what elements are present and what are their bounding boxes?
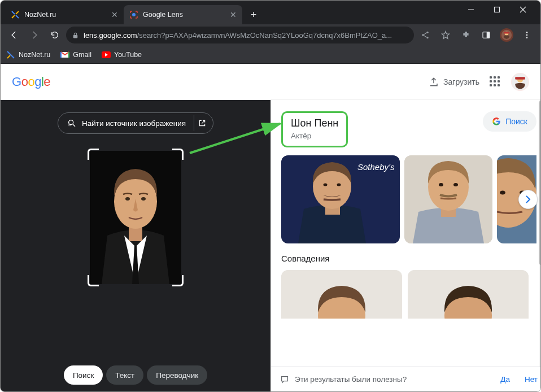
- mode-translate[interactable]: Переводчик: [147, 365, 207, 385]
- scrollbar[interactable]: [539, 100, 541, 367]
- share-button[interactable]: [416, 26, 434, 44]
- thumbnail[interactable]: Sotheby's: [281, 155, 400, 243]
- browser-tab-noznet[interactable]: NozNet.ru ✕: [5, 5, 124, 24]
- svg-point-45: [500, 191, 505, 195]
- svg-point-30: [125, 197, 130, 201]
- bookmark-noznet[interactable]: NozNet.ru: [6, 50, 50, 59]
- svg-text:Sotheby's: Sotheby's: [357, 162, 395, 172]
- feedback-yes[interactable]: Да: [500, 375, 510, 384]
- result-thumbnails: Sotheby's: [281, 155, 536, 243]
- gmail-icon: [60, 50, 69, 59]
- bookmark-button[interactable]: [437, 26, 455, 44]
- extensions-button[interactable]: [457, 26, 475, 44]
- feedback-no[interactable]: Нет: [525, 375, 538, 384]
- upload-label: Загрузить: [443, 77, 479, 86]
- bookmark-label: Gmail: [73, 51, 91, 59]
- crop-handle-tr[interactable]: [172, 149, 184, 160]
- result-name: Шон Пенн: [291, 117, 338, 129]
- url-path: /search?p=AXAp4wizamvnAWsMzOcNanSq2YLooG…: [137, 31, 392, 40]
- page-header: Google Загрузить: [1, 64, 540, 100]
- google-logo[interactable]: Google: [12, 75, 50, 89]
- search-button[interactable]: Поиск: [483, 111, 536, 132]
- youtube-icon: [102, 50, 111, 59]
- upload-icon: [429, 77, 439, 87]
- profile-button[interactable]: [498, 26, 516, 44]
- wrench-icon: [11, 10, 20, 19]
- bookmarks-bar: NozNet.ru Gmail YouTube: [1, 46, 540, 64]
- tab-label: NozNet.ru: [24, 11, 107, 19]
- new-tab-button[interactable]: +: [246, 7, 261, 23]
- mode-search[interactable]: Поиск: [64, 365, 103, 385]
- crop-handle-tl[interactable]: [88, 149, 99, 160]
- svg-point-19: [526, 37, 528, 38]
- mode-text[interactable]: Текст: [106, 365, 143, 385]
- crop-handle-bl[interactable]: [88, 275, 99, 286]
- find-source-label: Найти источник изображения: [82, 119, 186, 128]
- thumbnail[interactable]: [404, 155, 492, 243]
- svg-point-42: [453, 183, 458, 186]
- close-icon[interactable]: ✕: [111, 10, 118, 19]
- matches-row: [281, 270, 536, 319]
- upload-button[interactable]: Загрузить: [429, 77, 479, 87]
- result-subtitle: Актёр: [291, 132, 338, 140]
- next-button[interactable]: [518, 190, 538, 209]
- lens-mode-chips: Поиск Текст Переводчик: [64, 365, 207, 385]
- back-button[interactable]: [5, 26, 23, 44]
- browser-tab-lens[interactable]: Google Lens ✕: [124, 5, 242, 24]
- find-source-button[interactable]: Найти источник изображения: [58, 112, 213, 134]
- svg-rect-5: [73, 34, 78, 37]
- feedback-question: Эти результаты были полезны?: [295, 375, 407, 384]
- account-avatar[interactable]: [511, 73, 529, 91]
- bookmark-label: NozNet.ru: [19, 51, 50, 59]
- bookmark-gmail[interactable]: Gmail: [60, 50, 91, 59]
- close-icon[interactable]: ✕: [230, 10, 237, 19]
- comment-icon: [280, 375, 289, 384]
- svg-rect-16: [504, 32, 509, 34]
- image-panel: Найти источник изображения: [1, 100, 270, 391]
- minimize-button[interactable]: [458, 1, 484, 19]
- svg-point-36: [324, 184, 328, 186]
- svg-point-41: [439, 183, 443, 186]
- svg-point-0: [132, 13, 136, 16]
- feedback-bar: Эти результаты были полезны? Да Нет: [271, 367, 541, 391]
- svg-rect-2: [495, 7, 500, 12]
- maximize-button[interactable]: [484, 1, 510, 19]
- svg-line-10: [424, 36, 426, 37]
- avatar-icon: [500, 28, 513, 42]
- svg-rect-23: [515, 77, 525, 79]
- url-domain: lens.google.com: [84, 31, 137, 40]
- lens-icon: [129, 10, 138, 19]
- address-bar[interactable]: lens.google.com/search?p=AXAp4wizamvnAWs…: [66, 27, 414, 43]
- open-external-icon[interactable]: [194, 115, 210, 131]
- svg-point-37: [337, 184, 341, 186]
- forward-button[interactable]: [25, 26, 43, 44]
- browser-toolbar: lens.google.com/search?p=AXAp4wizamvnAWs…: [1, 24, 540, 46]
- menu-button[interactable]: [518, 26, 536, 44]
- crop-handle-br[interactable]: [172, 275, 184, 286]
- close-window-button[interactable]: [510, 1, 536, 19]
- svg-line-9: [424, 33, 426, 34]
- bookmark-youtube[interactable]: YouTube: [102, 50, 142, 59]
- search-image-icon: [67, 119, 76, 128]
- svg-point-31: [141, 197, 146, 201]
- google-g-icon: [492, 117, 501, 126]
- tab-label: Google Lens: [143, 11, 225, 19]
- scrollbar-thumb[interactable]: [539, 100, 541, 265]
- query-image: [90, 151, 181, 284]
- wrench-icon: [6, 50, 15, 59]
- svg-point-18: [526, 34, 528, 36]
- crop-frame[interactable]: [90, 151, 181, 284]
- svg-point-17: [526, 32, 528, 33]
- window-controls: [458, 1, 536, 19]
- lock-icon: [72, 32, 79, 39]
- svg-line-25: [73, 124, 75, 127]
- match-thumbnail[interactable]: [408, 270, 529, 319]
- bookmark-label: YouTube: [114, 51, 142, 59]
- match-thumbnail[interactable]: [281, 270, 402, 319]
- apps-icon[interactable]: [490, 76, 501, 88]
- knowledge-card[interactable]: Шон Пенн Актёр: [281, 111, 348, 147]
- window-titlebar: NozNet.ru ✕ Google Lens ✕ +: [1, 1, 540, 24]
- reload-button[interactable]: [46, 26, 64, 44]
- side-panel-button[interactable]: [477, 26, 495, 44]
- matches-heading: Совпадения: [281, 254, 536, 263]
